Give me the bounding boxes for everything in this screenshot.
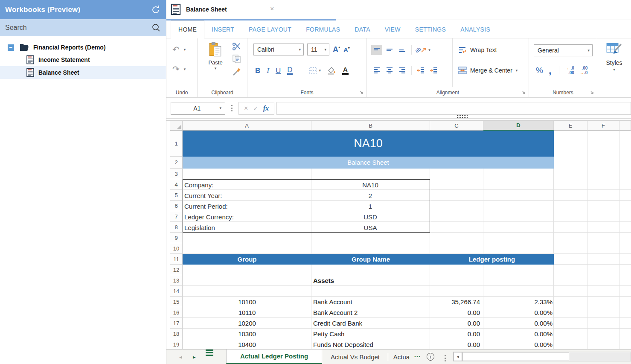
row-header[interactable]: 3 [170,169,183,179]
cell-subtitle-banner[interactable]: Balance Sheet [183,157,554,169]
collapse-icon[interactable] [8,44,14,51]
dialog-launcher-icon[interactable] [590,90,594,95]
bold-button[interactable]: B [255,67,260,74]
table-row[interactable]: 10400 Funds Not Deposited 0.00 0.00% [183,339,554,349]
fill-color-button[interactable] [327,66,336,75]
row-header[interactable]: 7 [170,211,183,222]
sidebar-item-income-statement[interactable]: Income Statement [0,53,166,66]
column-header-c[interactable]: C [430,121,483,131]
sheet-scroll-right-icon[interactable]: ▸ [193,349,196,364]
grow-font-button[interactable]: A ▴ [333,46,340,53]
sheet-scroll-left-icon[interactable]: ◂ [179,349,182,364]
table-row[interactable]: 10100 Bank Account 35,266.74 2.33% [183,297,554,307]
increase-decimal-button[interactable]: .00 →.0 [580,66,587,75]
name-box[interactable]: A1 ▾ [171,102,225,115]
tab-view[interactable]: VIEW [378,20,408,38]
table-row[interactable]: 10200 Credit Card Bank 0.00 0.00% [183,318,554,329]
close-icon[interactable]: × [270,6,274,12]
row-header[interactable]: 1 [170,131,183,157]
merge-center-button[interactable]: Merge & Center ▾ [458,67,518,74]
formula-bar-handle[interactable] [231,105,233,111]
number-format-select[interactable]: General ▾ [534,44,593,56]
row-header[interactable]: 9 [170,233,183,243]
dialog-launcher-icon[interactable] [522,90,526,95]
redo-icon[interactable]: ↷ [172,65,180,73]
chevron-down-icon[interactable]: ▾ [184,48,186,52]
comma-button[interactable]: , [549,67,552,73]
row-header[interactable]: 8 [170,222,183,233]
horizontal-scrollbar[interactable]: ◂ [453,352,631,361]
wrap-text-button[interactable]: Wrap Text [458,46,497,54]
column-header-partial[interactable] [619,121,631,131]
column-header-a[interactable]: A [183,121,311,131]
align-middle-button[interactable] [384,45,395,55]
styles-button[interactable]: Styles ▾ [597,43,631,72]
column-header-e[interactable]: E [554,121,587,131]
underline-button[interactable]: U [276,67,281,74]
row-header[interactable]: 14 [170,286,183,297]
undo-icon[interactable]: ↶ [172,45,180,54]
align-top-button[interactable] [371,45,382,55]
align-left-button[interactable] [371,65,382,76]
select-all-corner[interactable] [170,121,183,131]
tab-home[interactable]: HOME [171,20,204,38]
row-header[interactable]: 17 [170,318,183,329]
sheet-list-menu-icon[interactable] [206,349,213,364]
formula-bar-resize-gripper[interactable] [457,115,468,118]
format-painter-icon[interactable] [233,67,241,76]
document-tab[interactable]: Balance Sheet [166,0,227,19]
text-orientation-button[interactable]: ab ▾ [415,47,430,53]
column-header-d[interactable]: D [483,121,554,131]
sheet-tab-actual-ledger-posting[interactable]: Actual Ledger Posting [226,349,322,364]
align-bottom-button[interactable] [397,45,408,55]
copy-icon[interactable] [233,55,241,63]
insert-function-icon[interactable]: fx [263,105,269,112]
sheet-tab-partial[interactable]: Actua [391,349,412,364]
row-header[interactable]: 10 [170,243,183,254]
table-header-row[interactable]: Group Group Name Ledger posting [183,254,554,265]
tab-insert[interactable]: INSERT [204,20,241,38]
sheet-tab-actual-vs-budget[interactable]: Actual Vs Budget [324,349,386,364]
scrollbar-left-icon[interactable]: ◂ [454,352,462,361]
row-header[interactable]: 4 [170,179,183,190]
tab-page-layout[interactable]: PAGE LAYOUT [241,20,299,38]
table-row[interactable]: 10110 Bank Account 2 0.00 0.00% [183,307,554,318]
row-header[interactable]: 2 [170,157,183,169]
font-name-select[interactable]: Calibri ▾ [253,44,304,55]
italic-button[interactable]: I [267,67,269,74]
cut-icon[interactable] [233,43,241,50]
row-header[interactable]: 16 [170,307,183,318]
add-sheet-button[interactable]: + [427,353,434,361]
column-header-f[interactable]: F [587,121,619,131]
row-header[interactable]: 11 [170,254,183,265]
company-info-box[interactable]: Company: NA10 Current Year: 2 Current Pe… [183,179,430,233]
cell-title-banner[interactable]: NA10 [183,131,554,157]
borders-button[interactable]: ▾ [309,67,321,74]
search-icon[interactable] [151,23,161,32]
percent-button[interactable]: % [536,66,543,75]
decrease-decimal-button[interactable]: ←.0 .00 [567,66,574,75]
font-size-select[interactable]: 11 ▾ [307,44,329,55]
row-header[interactable]: 5 [170,190,183,201]
dialog-launcher-icon[interactable] [360,90,364,95]
sidebar-item-balance-sheet[interactable]: Balance Sheet [0,66,166,79]
search-input[interactable] [5,24,151,32]
formula-input[interactable] [276,102,631,115]
row-header[interactable]: 19 [170,339,183,349]
increase-indent-button[interactable] [428,65,439,76]
align-center-button[interactable] [384,65,395,76]
cells-area[interactable]: NA10 Balance Sheet Company: NA10 Current… [183,131,631,349]
row-header[interactable]: 12 [170,265,183,275]
tab-formulas[interactable]: FORMULAS [299,20,347,38]
align-right-button[interactable] [397,65,408,76]
tab-data[interactable]: DATA [347,20,377,38]
row-header[interactable]: 13 [170,275,183,286]
sheet-overflow-icon[interactable]: … [414,351,421,359]
decrease-indent-button[interactable] [415,65,426,76]
sheetbar-handle[interactable] [445,355,446,361]
chevron-down-icon[interactable]: ▾ [184,67,186,71]
row-header[interactable]: 18 [170,329,183,339]
tab-settings[interactable]: SETTINGS [408,20,453,38]
scrollbar-thumb[interactable] [462,352,569,361]
table-row[interactable]: 10300 Petty Cash 0.00 0.00% [183,329,554,339]
